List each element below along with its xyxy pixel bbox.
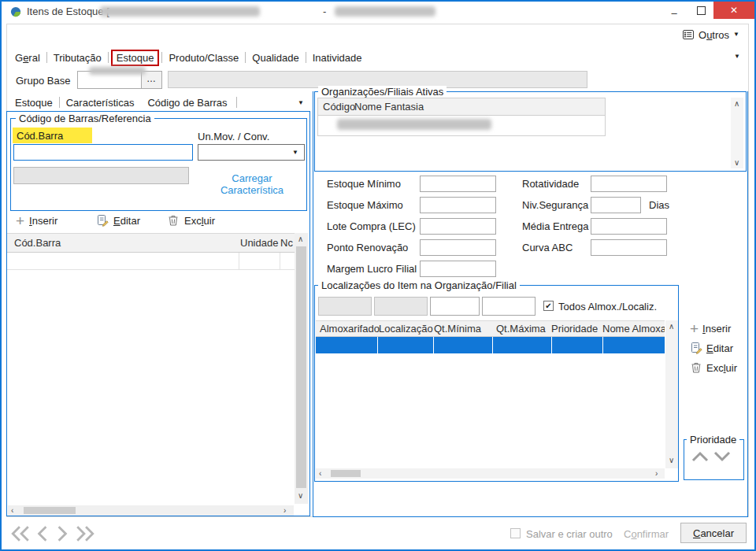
cancelar-label: Cancelar — [693, 527, 734, 539]
loc-filter-input-4[interactable] — [482, 297, 536, 316]
column-nc[interactable]: Nc — [280, 237, 293, 249]
row-cell-divider — [492, 337, 493, 353]
column-unidade[interactable]: Unidade — [240, 237, 278, 249]
scroll-up-icon[interactable]: ∧ — [669, 323, 674, 331]
window-title: Itens de Estoque [ — [27, 6, 109, 17]
trash-icon — [167, 214, 180, 227]
maximize-button[interactable] — [690, 2, 712, 19]
todos-almox-label[interactable]: Todos Almox./Localiz. — [558, 301, 657, 312]
media-entrega-input[interactable] — [591, 218, 667, 235]
redacted-org-name — [337, 119, 491, 130]
scroll-right-icon[interactable]: › — [284, 507, 286, 515]
loc-selected-row[interactable] — [316, 337, 665, 353]
row-cell-divider — [602, 337, 603, 353]
loc-hscrollbar-thumb[interactable] — [331, 470, 361, 477]
subtab-caracteristicas[interactable]: Características — [61, 95, 140, 110]
column-qt-minima[interactable]: Qt.Mínima — [434, 323, 481, 335]
scroll-up-icon[interactable]: ∧ — [298, 235, 303, 243]
loc-editar-button[interactable]: Editar — [690, 342, 733, 354]
un-mov-combobox[interactable]: ▼ — [198, 144, 305, 161]
redacted-title-text-2 — [335, 6, 435, 17]
subtab-separator — [236, 97, 237, 108]
scroll-down-icon[interactable]: ∨ — [298, 492, 303, 500]
column-nome-fantasia[interactable]: Nome Fantasia — [354, 101, 424, 113]
column-localizacao[interactable]: Localização — [379, 323, 433, 335]
tab-geral[interactable]: Geral — [9, 50, 46, 65]
table-row-empty[interactable] — [7, 253, 295, 270]
loc-hscrollbar[interactable] — [316, 468, 665, 479]
niv-seguranca-input[interactable] — [591, 197, 641, 213]
loc-inserir-button[interactable]: + Inserir — [690, 323, 731, 335]
scroll-down-icon[interactable]: ∨ — [734, 159, 739, 167]
tab-separator — [108, 52, 109, 63]
carregar-caracteristica-link[interactable]: CarregarCaracterística — [199, 172, 305, 196]
column-qt-maxima[interactable]: Qt.Máxima — [496, 323, 546, 335]
todos-almox-checkbox[interactable]: ✔ — [543, 301, 554, 311]
edit-icon — [96, 214, 109, 227]
chevron-down-icon — [713, 451, 731, 462]
table-cell-divider — [239, 253, 239, 269]
cancelar-button[interactable]: Cancelar — [680, 523, 747, 543]
barcode-excluir-button[interactable]: Excluir — [167, 214, 215, 227]
column-cod-barra[interactable]: Cód.Barra — [14, 237, 61, 249]
column-nome-almoxar[interactable]: Nome Almoxar — [602, 323, 665, 335]
ponto-renovacao-input[interactable] — [420, 239, 496, 256]
barcode-group-title: Código de Barras/Referencia — [16, 113, 154, 124]
main-tabs-dropdown-icon[interactable]: ▼ — [734, 54, 740, 60]
nav-first-button[interactable] — [10, 525, 31, 545]
nav-prev-button[interactable] — [36, 525, 49, 545]
prioridade-down-button[interactable] — [713, 451, 732, 464]
localizacoes-group-title: Localizações do Item na Organização/Fili… — [318, 279, 520, 291]
vscrollbar-thumb[interactable] — [296, 246, 306, 488]
scroll-up-icon[interactable]: ∧ — [734, 100, 739, 108]
loc-vscrollbar[interactable] — [665, 320, 678, 468]
scroll-right-icon[interactable]: › — [655, 470, 658, 478]
tab-produto-classe[interactable]: Produto/Classe — [163, 50, 244, 65]
lote-compra-label: Lote Compra (LEC) — [327, 220, 416, 232]
scroll-left-icon[interactable]: ‹ — [11, 507, 13, 515]
tab-tributacao[interactable]: Tributação — [48, 50, 107, 65]
tab-qualidade[interactable]: Qualidade — [246, 50, 304, 65]
tab-separator — [161, 52, 162, 63]
outros-button[interactable]: Outros ▼ — [682, 28, 739, 41]
estoque-minimo-input[interactable] — [420, 176, 496, 192]
tab-estoque[interactable]: Estoque — [111, 50, 160, 66]
app-icon — [10, 6, 21, 17]
media-entrega-label: Média Entrega — [522, 220, 589, 232]
column-prioridade[interactable]: Prioridade — [551, 323, 598, 335]
loc-filter-input-3[interactable] — [430, 297, 480, 316]
rotatividade-input[interactable] — [591, 176, 667, 192]
lote-compra-input[interactable] — [420, 218, 496, 235]
outros-dropdown-icon: ▼ — [733, 31, 739, 38]
hscrollbar-thumb[interactable] — [24, 507, 76, 514]
table-cell-divider — [280, 253, 280, 269]
column-codigo[interactable]: Código — [323, 101, 355, 113]
estoque-maximo-input[interactable] — [420, 197, 496, 213]
scroll-down-icon[interactable]: ∨ — [669, 457, 674, 464]
curva-abc-input[interactable] — [591, 239, 667, 256]
sub-tabs-dropdown-icon[interactable]: ▼ — [298, 100, 304, 106]
column-almoxarifado[interactable]: Almoxarifado — [320, 323, 380, 335]
edit-icon — [690, 342, 702, 354]
cod-barra-input[interactable] — [13, 144, 193, 161]
close-button[interactable]: ✕ — [713, 2, 754, 19]
nav-last-button[interactable] — [75, 525, 95, 545]
minimize-button[interactable]: – — [663, 2, 685, 19]
prioridade-up-button[interactable] — [691, 451, 710, 464]
nav-next-button[interactable] — [56, 525, 69, 545]
loc-filter-input-2 — [374, 297, 428, 316]
loc-excluir-button[interactable]: Excluir — [690, 361, 737, 374]
ellipsis-icon: … — [146, 73, 157, 84]
redacted-grupo-base-value — [89, 67, 146, 75]
barcode-inserir-button[interactable]: + Inserir — [16, 215, 57, 227]
subtab-estoque[interactable]: Estoque — [9, 95, 58, 110]
subtab-codigo-de-barras[interactable]: Código de Barras — [139, 95, 235, 110]
margem-lucro-input[interactable] — [420, 261, 496, 277]
barcode-editar-button[interactable]: Editar — [96, 214, 140, 227]
trash-icon — [690, 361, 702, 374]
tab-inatividade[interactable]: Inatividade — [307, 50, 368, 65]
ponto-renovacao-label: Ponto Renovação — [327, 242, 408, 253]
excluir-label: Excluir — [184, 215, 215, 227]
minimize-icon: – — [671, 7, 676, 19]
scroll-left-icon[interactable]: ‹ — [319, 470, 321, 478]
